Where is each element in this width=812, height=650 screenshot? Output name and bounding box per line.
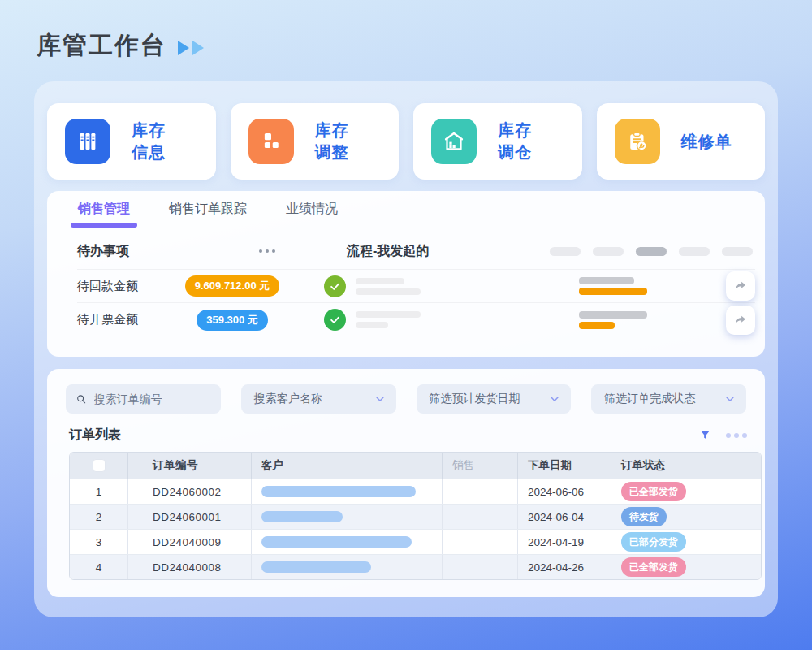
card-label: 库存 调整 — [315, 119, 349, 163]
check-icon — [324, 309, 346, 331]
row-index: 2 — [70, 505, 128, 529]
todo-title: 待办事项 — [77, 243, 129, 260]
select-all-checkbox[interactable] — [93, 459, 106, 472]
warehouse-icon — [431, 119, 477, 164]
order-no: DD24040008 — [128, 555, 252, 579]
check-icon — [324, 275, 346, 297]
double-play-icon — [176, 39, 207, 57]
search-icon — [76, 392, 88, 406]
select-label: 筛选订单完成状态 — [604, 392, 723, 406]
card-inventory-transfer[interactable]: 库存 调仓 — [413, 103, 582, 180]
table-row[interactable]: 3 DD24040009 2024-04-19 已部分发货 — [70, 529, 761, 554]
customer-redacted-bar — [261, 486, 416, 497]
table-header-row: 订单编号 客户 销售 下单日期 订单状态 — [70, 453, 761, 479]
workbench-container: 库存 信息 库存 调整 库存 调 — [34, 81, 778, 618]
select-label: 搜索客户名称 — [254, 392, 374, 406]
card-label: 库存 调仓 — [498, 119, 532, 163]
status-badge: 已部分发货 — [621, 532, 686, 552]
chevron-down-icon — [548, 392, 561, 405]
chevron-down-icon — [723, 392, 736, 405]
row-index: 4 — [70, 555, 128, 579]
stat-bars — [579, 277, 647, 295]
card-label: 维修单 — [681, 131, 732, 153]
sales-cell — [443, 479, 518, 504]
order-status-select[interactable]: 筛选订单完成状态 — [591, 384, 746, 414]
search-input[interactable] — [94, 392, 211, 405]
todo-row-label: 待开票金额 — [77, 312, 184, 327]
skeleton-bar — [356, 322, 388, 328]
pill[interactable] — [722, 247, 753, 256]
pill[interactable] — [679, 247, 710, 256]
orange-bar — [579, 288, 647, 295]
chevron-down-icon — [374, 392, 387, 405]
more-menu-icon[interactable] — [723, 430, 750, 441]
order-date: 2024-04-26 — [518, 555, 611, 579]
table-row[interactable]: 4 DD24040008 2024-04-26 已全部发货 — [70, 554, 761, 579]
pagination-pills[interactable] — [550, 247, 753, 256]
process-item — [324, 275, 421, 297]
row-index: 3 — [70, 530, 128, 554]
customer-select[interactable]: 搜索客户名称 — [241, 384, 396, 414]
card-repair-order[interactable]: 维修单 — [597, 103, 766, 180]
table-row[interactable]: 1 DD24060002 2024-06-06 已全部发货 — [70, 479, 761, 504]
status-badge: 已全部发货 — [621, 482, 686, 501]
order-table: 订单编号 客户 销售 下单日期 订单状态 1 DD24060002 2024-0… — [69, 452, 762, 580]
page-header: 库管工作台 — [37, 29, 207, 63]
todo-row-label: 待回款金额 — [77, 279, 184, 294]
order-no: DD24060001 — [128, 505, 252, 529]
col-order-status: 订单状态 — [611, 453, 761, 479]
select-label: 筛选预计发货日期 — [430, 392, 549, 406]
col-sales: 销售 — [443, 453, 518, 479]
share-button[interactable] — [726, 306, 755, 335]
order-date: 2024-04-19 — [518, 530, 611, 554]
share-button[interactable] — [726, 271, 755, 301]
filter-funnel-icon[interactable] — [699, 429, 711, 441]
order-list-header: 订单列表 — [47, 414, 765, 444]
tab-performance[interactable]: 业绩情况 — [286, 191, 338, 228]
amount-badge: 359.300 元 — [197, 310, 268, 331]
sales-panel: 销售管理 销售订单跟踪 业绩情况 待办事项 流程-我发起的 — [47, 191, 765, 357]
table-row[interactable]: 2 DD24060001 2024-06-04 待发货 — [70, 504, 761, 529]
row-index: 1 — [70, 479, 128, 504]
sales-cell — [443, 505, 518, 529]
page-title: 库管工作台 — [37, 29, 166, 63]
card-inventory-info[interactable]: 库存 信息 — [47, 103, 216, 180]
customer-redacted-bar — [261, 536, 412, 548]
pill[interactable] — [550, 247, 581, 256]
sales-cell — [443, 555, 518, 579]
tab-bar: 销售管理 销售订单跟踪 业绩情况 — [47, 191, 765, 228]
sales-cell — [443, 530, 518, 554]
order-no-search[interactable] — [66, 384, 221, 414]
customer-redacted-bar — [261, 511, 343, 522]
status-badge: 已全部发货 — [621, 557, 686, 577]
gray-bar — [579, 277, 634, 284]
blocks-icon — [248, 119, 294, 164]
gray-bar — [579, 311, 647, 318]
quick-entry-cards: 库存 信息 库存 调整 库存 调 — [47, 103, 765, 180]
pill[interactable] — [593, 247, 624, 256]
col-order-date: 下单日期 — [518, 453, 611, 479]
archive-icon — [65, 119, 110, 164]
order-panel: 搜索客户名称 筛选预计发货日期 筛选订单完成状态 订单列表 — [47, 369, 765, 597]
todo-section: 待办事项 流程-我发起的 待回款金额 9.609.712.00 元 — [47, 228, 765, 336]
skeleton-bar — [356, 311, 421, 318]
pill-active[interactable] — [636, 247, 667, 256]
tab-sales-order-tracking[interactable]: 销售订单跟踪 — [169, 191, 247, 228]
col-customer: 客户 — [252, 453, 443, 479]
customer-redacted-bar — [261, 561, 371, 573]
more-menu-icon[interactable] — [256, 246, 279, 256]
order-no: DD24040009 — [128, 530, 252, 554]
process-title: 流程-我发起的 — [347, 243, 429, 260]
order-date: 2024-06-04 — [518, 505, 611, 529]
skeleton-bar — [356, 278, 404, 284]
process-item — [324, 309, 421, 331]
card-inventory-adjust[interactable]: 库存 调整 — [231, 103, 400, 180]
card-label: 库存 信息 — [132, 119, 166, 163]
amount-badge: 9.609.712.00 元 — [185, 275, 280, 297]
tab-sales-management[interactable]: 销售管理 — [78, 191, 130, 228]
col-order-no: 订单编号 — [128, 453, 252, 479]
skeleton-bar — [356, 288, 421, 295]
status-badge: 待发货 — [621, 507, 667, 526]
order-no: DD24060002 — [128, 479, 252, 504]
delivery-date-select[interactable]: 筛选预计发货日期 — [417, 384, 572, 414]
